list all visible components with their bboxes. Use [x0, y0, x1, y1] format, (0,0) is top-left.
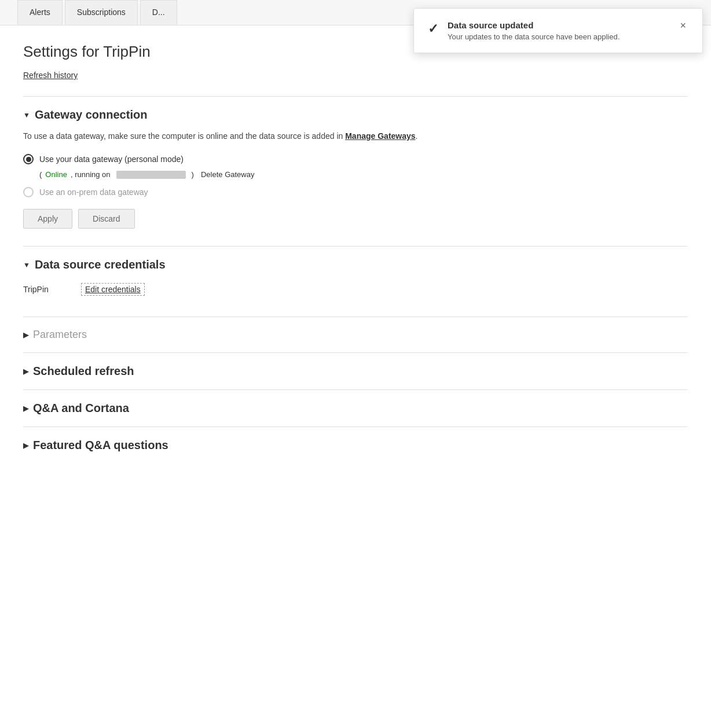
tab-d[interactable]: D...: [140, 0, 177, 25]
gateway-online-status: Online: [45, 170, 67, 179]
radio-onprem-label: Use an on-prem data gateway: [39, 187, 148, 197]
datasource-name-label: TripPin: [23, 285, 69, 294]
credentials-row: TripPin Edit credentials: [23, 280, 688, 299]
open-paren: (: [39, 170, 42, 179]
featured-qa-section-title: Featured Q&A questions: [33, 439, 168, 452]
scheduled-refresh-collapse-arrow: [23, 367, 28, 376]
parameters-section: Parameters: [23, 317, 688, 341]
apply-button[interactable]: Apply: [23, 209, 72, 229]
radio-option-onprem: Use an on-prem data gateway: [23, 187, 688, 197]
gateway-button-group: Apply Discard: [23, 209, 688, 229]
featured-qa-section: Featured Q&A questions: [23, 426, 688, 452]
featured-qa-section-header[interactable]: Featured Q&A questions: [23, 439, 688, 452]
scheduled-refresh-section: Scheduled refresh: [23, 352, 688, 378]
qa-cortana-collapse-arrow: [23, 405, 28, 413]
credentials-section: Data source credentials TripPin Edit cre…: [23, 246, 688, 299]
qa-cortana-section-title: Q&A and Cortana: [33, 402, 129, 415]
credentials-collapse-arrow: [23, 261, 30, 269]
edit-credentials-link[interactable]: Edit credentials: [81, 283, 145, 296]
radio-onprem-input: [23, 187, 34, 197]
delete-gateway-link[interactable]: Delete Gateway: [201, 170, 255, 179]
radio-personal-input[interactable]: [23, 154, 34, 164]
gateway-section-divider: [23, 96, 688, 97]
scheduled-refresh-section-title: Scheduled refresh: [33, 365, 134, 378]
qa-cortana-section: Q&A and Cortana: [23, 389, 688, 415]
discard-button[interactable]: Discard: [78, 209, 134, 229]
parameters-section-header[interactable]: Parameters: [23, 329, 688, 341]
gateway-collapse-arrow: [23, 111, 30, 119]
gateway-section-header[interactable]: Gateway connection: [23, 108, 688, 122]
check-icon: ✓: [428, 21, 438, 36]
credentials-section-header[interactable]: Data source credentials: [23, 258, 688, 271]
radio-option-personal[interactable]: Use your data gateway (personal mode): [23, 154, 688, 164]
manage-gateways-link[interactable]: Manage Gateways: [345, 131, 415, 141]
qa-cortana-section-header[interactable]: Q&A and Cortana: [23, 402, 688, 415]
close-paren: ): [192, 170, 194, 179]
toast-title: Data source updated: [448, 20, 668, 30]
featured-qa-collapse-arrow: [23, 442, 28, 450]
toast-message: Your updates to the data source have bee…: [448, 32, 668, 41]
refresh-history-link[interactable]: Refresh history: [23, 71, 78, 80]
toast-notification: ✓ Data source updated Your updates to th…: [413, 8, 703, 53]
scheduled-refresh-section-header[interactable]: Scheduled refresh: [23, 365, 688, 378]
gateway-section-title: Gateway connection: [35, 108, 148, 122]
gateway-description: To use a data gateway, make sure the com…: [23, 130, 544, 142]
gateway-machine-name: [116, 171, 186, 179]
gateway-connection-section: Gateway connection To use a data gateway…: [23, 96, 688, 229]
toast-content: Data source updated Your updates to the …: [448, 20, 668, 41]
gateway-radio-group: Use your data gateway (personal mode) ( …: [23, 154, 688, 197]
credentials-section-divider: [23, 246, 688, 247]
credentials-section-title: Data source credentials: [35, 258, 166, 271]
gateway-running-text: , running on: [71, 170, 111, 179]
gateway-status-line: ( Online , running on ) Delete Gateway: [39, 170, 688, 179]
parameters-collapse-arrow: [23, 331, 28, 339]
toast-close-button[interactable]: ×: [677, 20, 688, 31]
tab-subscriptions[interactable]: Subscriptions: [65, 0, 138, 25]
tab-alerts[interactable]: Alerts: [17, 0, 63, 25]
parameters-section-title: Parameters: [33, 329, 87, 341]
radio-personal-label: Use your data gateway (personal mode): [39, 155, 184, 164]
main-content: Settings for TripPin Refresh history Gat…: [0, 25, 711, 481]
